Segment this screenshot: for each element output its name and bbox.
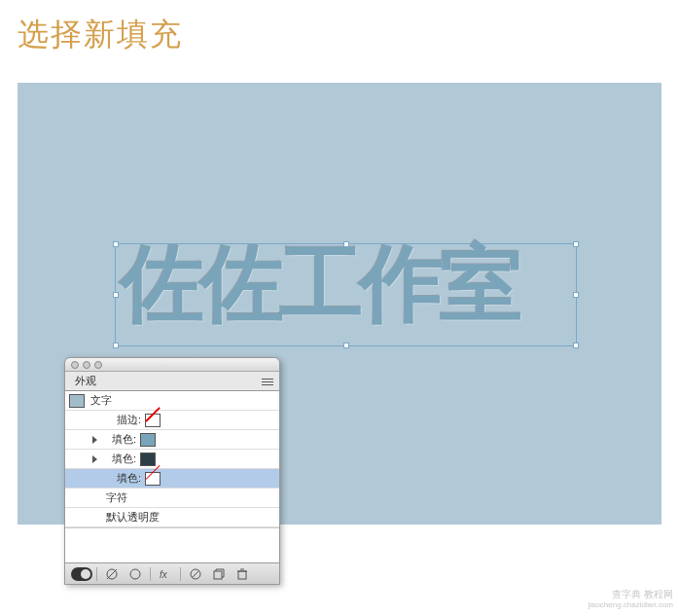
fill-swatch-icon[interactable] xyxy=(140,453,156,466)
row-label: 文字 xyxy=(90,393,112,408)
resize-handle-top-center[interactable] xyxy=(343,241,349,247)
appearance-row-type[interactable]: 文字 xyxy=(65,391,279,411)
appearance-row-character[interactable]: 字符 xyxy=(65,489,279,508)
new-stroke-button[interactable] xyxy=(101,566,123,582)
svg-text:fx: fx xyxy=(160,569,168,580)
window-dot-icon[interactable] xyxy=(94,361,102,369)
svg-line-5 xyxy=(192,570,199,578)
watermark: 查字典 教程网 jiaocheng.chazidian.com xyxy=(588,589,673,610)
watermark-line2: jiaocheng.chazidian.com xyxy=(588,600,673,610)
watermark-line1: 查字典 教程网 xyxy=(588,589,673,600)
stroke-swatch-none-icon[interactable] xyxy=(145,414,161,427)
panel-blank-area xyxy=(65,527,279,562)
resize-handle-top-left[interactable] xyxy=(113,241,119,247)
row-label: 填色: xyxy=(106,471,141,486)
fill-swatch-none-icon[interactable] xyxy=(145,472,161,486)
row-label: 填色: xyxy=(101,432,136,447)
disclosure-triangle-icon[interactable] xyxy=(92,455,97,463)
divider xyxy=(180,567,181,581)
panel-body: 文字 描边: 填色: 填色: 填色: 字符 xyxy=(65,391,279,562)
clear-appearance-button[interactable] xyxy=(185,566,206,582)
appearance-row-opacity[interactable]: 默认透明度 xyxy=(65,508,279,527)
row-label: 默认透明度 xyxy=(106,510,160,525)
appearance-row-fill-1[interactable]: 填色: xyxy=(65,430,279,450)
panel-tab-appearance[interactable]: 外观 xyxy=(65,372,279,391)
footer-toggle-button[interactable] xyxy=(71,566,92,582)
fill-swatch-icon[interactable] xyxy=(140,433,156,447)
appearance-row-fill-2[interactable]: 填色: xyxy=(65,450,279,469)
duplicate-button[interactable] xyxy=(208,566,230,582)
row-label: 填色: xyxy=(101,452,136,466)
fx-button[interactable]: fx xyxy=(155,566,176,582)
window-dot-icon[interactable] xyxy=(83,361,90,369)
new-fill-button[interactable] xyxy=(125,566,146,582)
appearance-row-fill-3-selected[interactable]: 填色: xyxy=(65,469,279,489)
panel-menu-icon[interactable] xyxy=(260,375,275,388)
resize-handle-bottom-right[interactable] xyxy=(573,343,579,348)
disclosure-triangle-icon[interactable] xyxy=(92,436,97,444)
row-label: 描边: xyxy=(106,413,141,427)
appearance-row-stroke[interactable]: 描边: xyxy=(65,411,279,430)
svg-rect-7 xyxy=(238,571,246,579)
svg-point-2 xyxy=(130,569,140,579)
row-label: 字符 xyxy=(106,490,127,505)
window-dot-icon[interactable] xyxy=(71,361,79,369)
selection-bounding-box[interactable] xyxy=(115,243,577,346)
resize-handle-middle-left[interactable] xyxy=(113,292,119,298)
divider xyxy=(150,567,151,581)
appearance-panel: 外观 文字 描边: 填色: 填色: 填色: xyxy=(64,357,280,585)
resize-handle-bottom-center[interactable] xyxy=(343,343,349,348)
panel-titlebar[interactable] xyxy=(65,358,279,372)
divider xyxy=(96,567,97,581)
panel-tab-label: 外观 xyxy=(75,374,96,388)
resize-handle-bottom-left[interactable] xyxy=(113,343,119,348)
resize-handle-middle-right[interactable] xyxy=(573,292,579,298)
panel-footer: fx xyxy=(65,562,279,584)
resize-handle-top-right[interactable] xyxy=(573,241,579,247)
page-title: 选择新填充 xyxy=(18,14,183,56)
type-swatch-icon xyxy=(69,394,85,408)
delete-button[interactable] xyxy=(232,566,253,582)
svg-rect-6 xyxy=(214,571,222,579)
